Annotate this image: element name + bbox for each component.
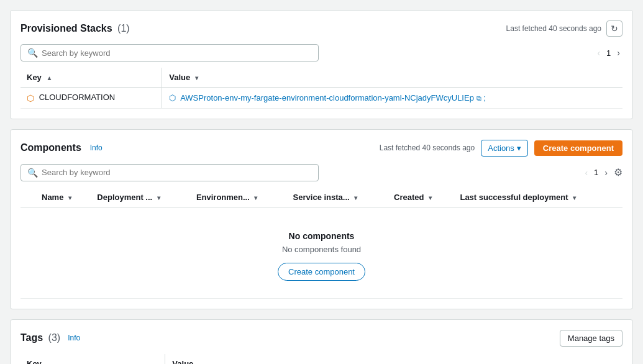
provisioned-stacks-pagination: ‹ 1 › (595, 47, 622, 59)
components-empty-state: No components No components found Create… (27, 212, 616, 293)
value-suffix: ; (483, 93, 486, 102)
sort-icon-created: ▾ (429, 194, 432, 201)
sort-asc-icon: ▲ (46, 75, 52, 81)
components-pagination: ‹ 1 › (582, 166, 610, 179)
provisioned-stacks-title: Provisioned Stacks (1) (21, 23, 130, 34)
cf-link-icon: ⬡ (169, 93, 176, 102)
components-empty-row: No components No components found Create… (21, 207, 622, 298)
sort-icon-deploy: ▾ (157, 194, 160, 201)
manage-tags-button[interactable]: Manage tags (560, 330, 622, 347)
empty-create-button[interactable]: Create component (278, 263, 365, 281)
tags-title-text: Tags (21, 332, 43, 343)
components-header-right: Last fetched 40 seconds ago Actions ▾ Cr… (380, 140, 622, 157)
sort-icon-env: ▾ (254, 194, 257, 201)
components-pagination-row: ‹ 1 › ⚙ (582, 166, 622, 179)
col-service-inst[interactable]: Service insta... ▾ (287, 188, 388, 207)
chevron-down-icon: ▾ (517, 143, 521, 153)
col-name[interactable]: Name ▾ (35, 188, 91, 207)
empty-title: No components (27, 231, 616, 241)
components-header: Components Info Last fetched 40 seconds … (21, 140, 622, 157)
tags-title-group: Tags (3) Info (21, 332, 80, 344)
chevron-right-icon: › (617, 48, 620, 58)
provisioned-stacks-next-btn[interactable]: › (614, 47, 622, 59)
components-info-link[interactable]: Info (90, 143, 103, 152)
key-value: CLOUDFORMATION (39, 93, 116, 102)
provisioned-stacks-title-text: Provisioned Stacks (21, 23, 112, 34)
components-last-fetched: Last fetched 40 seconds ago (380, 143, 475, 152)
col-tag-value: Value (166, 354, 622, 364)
search-icon: 🔍 (27, 168, 38, 178)
gear-icon: ⚙ (614, 167, 622, 178)
chevron-left-icon: ‹ (585, 168, 588, 178)
col-created[interactable]: Created ▾ (388, 188, 454, 207)
provisioned-stacks-table-header-row: Key ▲ Value ▾ (21, 68, 622, 88)
sort-icon-svc: ▾ (354, 194, 357, 201)
sort-icon-last: ▾ (573, 194, 576, 201)
tags-info-link[interactable]: Info (68, 334, 80, 342)
components-table: Name ▾ Deployment ... ▾ Environmen... ▾ … (21, 188, 622, 299)
components-prev-btn[interactable]: ‹ (582, 166, 590, 179)
components-table-header-row: Name ▾ Deployment ... ▾ Environmen... ▾ … (21, 188, 622, 207)
tags-header: Tags (3) Info Manage tags (21, 330, 622, 347)
key-cell: ⬡ CLOUDFORMATION (21, 88, 162, 109)
provisioned-stacks-page-num: 1 (606, 48, 611, 58)
actions-label: Actions (488, 143, 514, 153)
provisioned-stacks-title-group: Provisioned Stacks (1) (21, 23, 130, 34)
components-empty-cell: No components No components found Create… (21, 207, 622, 298)
tags-card: Tags (3) Info Manage tags Key Value aws:… (10, 319, 633, 364)
tags-count: (3) (48, 332, 61, 343)
tags-title: Tags (3) (21, 332, 60, 344)
components-next-btn[interactable]: › (602, 166, 610, 179)
col-environment[interactable]: Environmen... ▾ (190, 188, 287, 207)
components-search-row: 🔍 ‹ 1 › ⚙ (21, 164, 622, 181)
components-card: Components Info Last fetched 40 seconds … (10, 129, 633, 309)
stack-link[interactable]: AWSProton-env-my-fargate-environment-clo… (180, 93, 474, 102)
tags-table-header-row: Key Value (21, 354, 622, 364)
components-settings-button[interactable]: ⚙ (614, 166, 622, 178)
provisioned-stacks-card: Provisioned Stacks (1) Last fetched 40 s… (10, 10, 633, 119)
refresh-icon: ↻ (611, 24, 618, 34)
value-cell: ⬡ AWSProton-env-my-fargate-environment-c… (163, 88, 622, 109)
components-create-button[interactable]: Create component (534, 140, 622, 156)
chevron-left-icon: ‹ (597, 48, 600, 58)
components-title-group: Components Info (21, 142, 103, 153)
provisioned-stacks-search-bar[interactable]: 🔍 (21, 44, 319, 61)
search-icon: 🔍 (27, 48, 38, 58)
components-search-bar[interactable]: 🔍 (21, 164, 319, 181)
provisioned-stacks-search-row: 🔍 ‹ 1 › (21, 44, 622, 61)
provisioned-stacks-header-right: Last fetched 40 seconds ago ↻ (506, 20, 622, 37)
external-link-icon: ⧉ (477, 94, 481, 102)
chevron-right-icon: › (604, 168, 608, 178)
tags-table: Key Value aws:proton:account 85740743610… (21, 354, 622, 364)
provisioned-stacks-prev-btn[interactable]: ‹ (595, 47, 603, 59)
col-value[interactable]: Value ▾ (163, 68, 622, 88)
provisioned-stacks-count: (1) (117, 23, 130, 34)
col-key[interactable]: Key ▲ (21, 68, 162, 88)
provisioned-stacks-search-input[interactable] (42, 48, 312, 58)
col-deployment[interactable]: Deployment ... ▾ (91, 188, 190, 207)
provisioned-stacks-last-fetched: Last fetched 40 seconds ago (506, 24, 601, 33)
cloudformation-icon: ⬡ (27, 93, 34, 103)
table-row: ⬡ CLOUDFORMATION ⬡ AWSProton-env-my-farg… (21, 88, 622, 109)
empty-sub: No components found (27, 245, 616, 254)
components-search-input[interactable] (42, 168, 312, 177)
col-tag-key: Key (21, 354, 165, 364)
components-actions-button[interactable]: Actions ▾ (481, 140, 528, 157)
components-page-num: 1 (594, 168, 598, 177)
provisioned-stacks-refresh-button[interactable]: ↻ (606, 20, 622, 37)
components-title: Components (21, 142, 81, 153)
provisioned-stacks-table: Key ▲ Value ▾ ⬡ CLOUDFORMATION ⬡ AWSProt… (21, 68, 622, 109)
col-checkbox (21, 188, 35, 207)
sort-desc-icon: ▾ (195, 75, 198, 81)
sort-icon-name: ▾ (68, 194, 71, 201)
col-last-deployment[interactable]: Last successful deployment ▾ (454, 188, 622, 207)
provisioned-stacks-header: Provisioned Stacks (1) Last fetched 40 s… (21, 20, 622, 37)
